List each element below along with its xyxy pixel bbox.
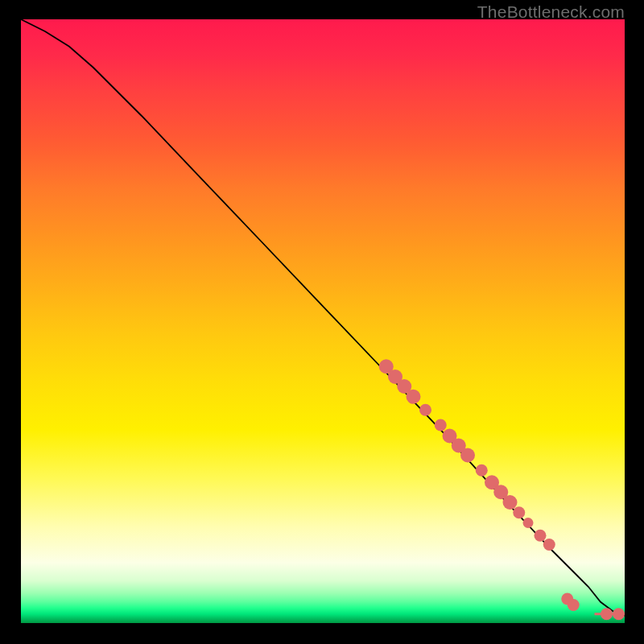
bottleneck-curve: [21, 19, 625, 616]
plot-svg: [21, 19, 625, 623]
gradient-plot-area: [21, 19, 625, 623]
data-marker: [523, 518, 534, 528]
data-marker: [419, 404, 431, 416]
data-marker: [601, 608, 613, 620]
data-marker: [535, 530, 547, 542]
stage: TheBottleneck.com: [0, 0, 644, 644]
data-marker: [513, 506, 525, 518]
data-marker: [476, 464, 488, 477]
data-marker: [543, 539, 555, 551]
data-marker: [435, 419, 447, 431]
data-marker: [613, 608, 625, 620]
data-marker: [407, 390, 421, 404]
data-marker: [568, 599, 580, 611]
data-marker: [460, 448, 475, 463]
data-markers-group: [379, 359, 625, 620]
data-marker: [503, 495, 518, 510]
